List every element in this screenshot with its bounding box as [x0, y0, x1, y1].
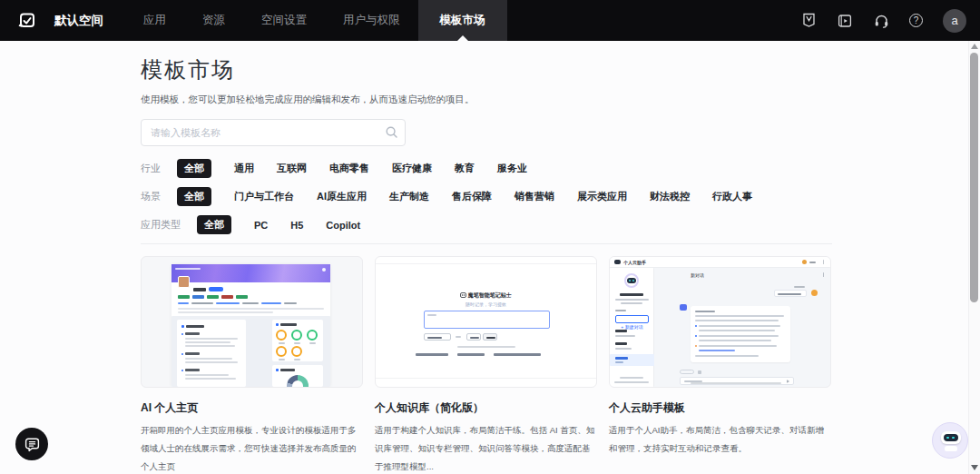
filter-option[interactable]: 互联网 — [277, 162, 307, 175]
filter-option[interactable]: Copilot — [326, 220, 360, 231]
template-title[interactable]: AI 个人主页 — [141, 400, 363, 416]
filter-option-selected[interactable]: 全部 — [197, 215, 231, 234]
skeleton-line — [615, 330, 627, 332]
nav-item-label: 模板市场 — [440, 13, 485, 28]
skeleton-line — [175, 268, 201, 270]
skeleton-line — [615, 357, 628, 360]
scrollbar-down-arrow[interactable] — [971, 465, 978, 470]
thumb-button — [483, 333, 497, 341]
headset-icon[interactable] — [873, 13, 889, 29]
filter-option-selected[interactable]: 全部 — [177, 187, 211, 206]
skeleton-line — [691, 382, 781, 384]
skeleton-line — [620, 293, 643, 296]
nav-item-apps[interactable]: 应用 — [125, 0, 184, 41]
template-thumbnail[interactable] — [141, 256, 363, 388]
thumb-user-avatar — [802, 260, 807, 264]
template-thumbnail[interactable]: 魔笔智能笔记贴士 随时记录，学习提效 — [375, 256, 597, 388]
thumb-send-icon — [787, 380, 789, 383]
skeleton-dot — [322, 268, 326, 272]
skeleton-line — [427, 314, 436, 316]
filter-option[interactable]: 生产制造 — [389, 190, 429, 203]
filter-row-app-type: 应用类型 全部 PC H5 Copilot — [141, 215, 832, 234]
feedback-chat-button[interactable] — [15, 428, 48, 460]
filter-label: 场景 — [141, 190, 161, 203]
donut-chart — [287, 375, 309, 388]
robot-eye — [629, 280, 631, 281]
filter-option[interactable]: H5 — [290, 220, 303, 231]
nav-item-users-permissions[interactable]: 用户与权限 — [325, 0, 418, 41]
nav-item-resources[interactable]: 资源 — [184, 0, 243, 41]
skeleton-line — [185, 332, 200, 335]
gauge-chart — [291, 330, 302, 341]
user-avatar[interactable]: a — [943, 9, 966, 33]
thumb-toggle-chip — [680, 370, 694, 374]
template-title[interactable]: 个人云助手模板 — [609, 400, 831, 416]
gauge-chart — [276, 330, 287, 341]
filter-option[interactable]: 门户与工作台 — [234, 190, 294, 203]
skeleton-line — [193, 288, 206, 291]
skeleton-line — [279, 342, 285, 344]
filter-option[interactable]: 销售营销 — [514, 190, 554, 203]
skeleton-line — [695, 311, 715, 312]
skeleton-line — [699, 325, 780, 327]
scrollbar-up-arrow[interactable] — [971, 44, 978, 49]
skeleton-line — [809, 262, 816, 263]
nav-item-label: 用户与权限 — [343, 13, 400, 28]
scrollbar-thumb[interactable] — [970, 53, 978, 302]
skeleton-line — [185, 341, 230, 343]
skeleton-line — [615, 299, 649, 301]
thumb-user-avatar — [811, 290, 818, 296]
filter-option[interactable]: 通用 — [234, 162, 254, 175]
skeleton-line — [294, 342, 300, 344]
skeleton-line — [695, 315, 784, 317]
filters: 行业 全部 通用 互联网 电商零售 医疗健康 教育 服务业 场景 全部 门户与工… — [141, 159, 832, 234]
skeleton-line — [615, 310, 626, 311]
skeleton-line — [695, 320, 779, 321]
search-input[interactable] — [141, 119, 406, 146]
thumb-menu-icon — [823, 260, 825, 264]
thumb-app-title: 魔笔智能笔记贴士 — [376, 291, 596, 300]
topbar-nav: 应用 资源 空间设置 用户与权限 模板市场 — [125, 0, 507, 41]
filter-option[interactable]: AI原生应用 — [317, 190, 367, 203]
thumb-header-title: 个人云助手 — [623, 260, 646, 265]
template-thumbnail[interactable]: 个人云助手 — [609, 256, 831, 388]
version-badge-icon[interactable] — [800, 13, 817, 29]
ai-assistant-robot-button[interactable] — [932, 422, 968, 459]
filter-option[interactable]: 服务业 — [497, 162, 527, 175]
filter-option[interactable]: 电商零售 — [329, 162, 369, 175]
video-guide-icon[interactable] — [837, 13, 853, 29]
filter-option[interactable]: 售后保障 — [452, 190, 492, 203]
skeleton-line — [615, 361, 623, 363]
skeleton-line — [699, 350, 735, 351]
filter-option[interactable]: 医疗健康 — [392, 162, 432, 175]
skeleton-line — [309, 342, 316, 344]
thumb-left-panel — [177, 320, 246, 387]
nav-item-space-settings[interactable]: 空间设置 — [243, 0, 325, 41]
screen: 默认空间 应用 资源 空间设置 用户与权限 模板市场 — [0, 0, 980, 474]
filter-option[interactable]: 展示类应用 — [577, 190, 627, 203]
skeleton-dot — [695, 345, 697, 347]
skeleton-dot — [276, 323, 279, 326]
thumb-logo — [614, 260, 621, 264]
skeleton-dot — [181, 353, 183, 355]
skeleton-line — [185, 338, 238, 340]
thumb-page — [172, 264, 330, 387]
space-name[interactable]: 默认空间 — [54, 13, 103, 29]
nav-item-label: 空间设置 — [261, 13, 307, 28]
skeleton-line — [185, 358, 232, 360]
thumb-chip — [178, 295, 190, 299]
filter-option[interactable]: 教育 — [455, 162, 475, 175]
template-title[interactable]: 个人知识库（简化版） — [375, 400, 597, 416]
skeleton-line — [699, 340, 771, 341]
nav-item-template-market[interactable]: 模板市场 — [418, 0, 507, 41]
filter-option-selected[interactable]: 全部 — [177, 159, 211, 178]
app-logo-icon[interactable] — [15, 9, 39, 33]
thumb-ai-message — [691, 306, 790, 362]
skeleton-line — [178, 302, 189, 304]
filter-option[interactable]: 财法税控 — [650, 190, 690, 203]
filter-option[interactable]: 行政人事 — [712, 190, 752, 203]
template-card-cloud-assistant: 个人云助手 — [609, 256, 831, 474]
help-icon[interactable]: ? — [909, 14, 923, 27]
filter-option[interactable]: PC — [254, 220, 268, 231]
skeleton-line — [185, 352, 200, 355]
